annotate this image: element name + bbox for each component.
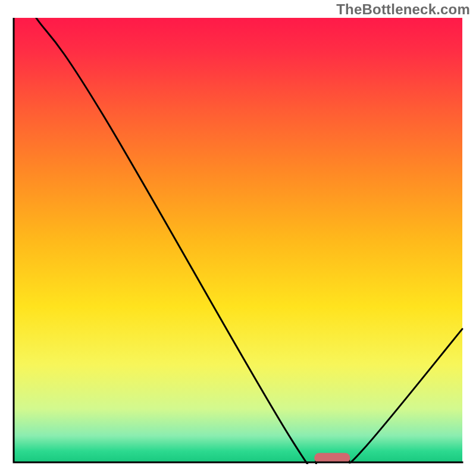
chart-svg bbox=[12, 18, 464, 464]
chart-container: TheBottleneck.com bbox=[0, 0, 476, 476]
plot-area bbox=[12, 18, 464, 464]
gradient-background bbox=[14, 18, 462, 462]
optimal-marker bbox=[314, 453, 350, 462]
watermark-text: TheBottleneck.com bbox=[336, 1, 470, 18]
